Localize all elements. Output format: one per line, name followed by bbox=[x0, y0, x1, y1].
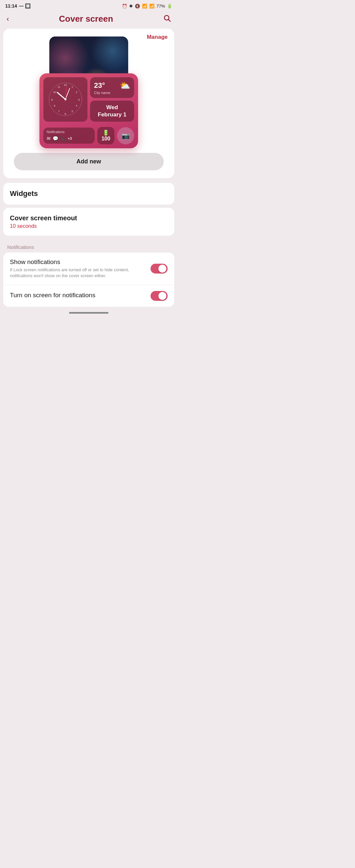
battery-icon: 🔋 bbox=[102, 129, 109, 136]
turn-on-screen-row[interactable]: Turn on screen for notifications bbox=[3, 285, 174, 307]
svg-point-18 bbox=[64, 98, 66, 100]
svg-line-1 bbox=[169, 20, 171, 21]
weather-widget: 23° ⛅ City name bbox=[90, 77, 134, 98]
header: ‹ Cover screen bbox=[0, 10, 178, 29]
timeout-value: 10 seconds bbox=[10, 223, 168, 229]
turn-on-screen-toggle[interactable] bbox=[151, 291, 168, 301]
show-notifications-toggle[interactable] bbox=[151, 264, 168, 274]
svg-line-15 bbox=[57, 92, 65, 99]
weather-icon: ⛅ bbox=[120, 81, 130, 91]
notif-icons: ✉ 💬 📞 +3 bbox=[47, 136, 91, 141]
svg-text:4: 4 bbox=[76, 104, 77, 107]
call-icon: 📞 bbox=[60, 136, 66, 141]
svg-text:12: 12 bbox=[64, 84, 67, 87]
chat-icon: 💬 bbox=[53, 136, 58, 141]
cover-screen-widget[interactable]: 12 3 6 9 1 2 4 5 7 8 10 bbox=[39, 73, 138, 148]
svg-text:3: 3 bbox=[78, 98, 80, 101]
widgets-section[interactable]: Widgets bbox=[3, 183, 174, 205]
svg-text:7: 7 bbox=[58, 110, 60, 113]
back-button[interactable]: ‹ bbox=[7, 15, 9, 23]
notifications-toggle-card: Show notifications If Lock screen notifi… bbox=[3, 252, 174, 307]
watch-outer: 12 3 6 9 1 2 4 5 7 8 10 bbox=[36, 36, 141, 148]
bluetooth-icon: ✱ bbox=[129, 4, 133, 8]
clock-svg: 12 3 6 9 1 2 4 5 7 8 10 bbox=[47, 81, 84, 117]
svg-text:9: 9 bbox=[51, 98, 53, 101]
status-bar: 11:14 — 🔲 ⏰ ✱ 🔇 📶 📶 77% 🔋 bbox=[0, 0, 178, 10]
wifi-icon: 📶 bbox=[142, 4, 147, 8]
date-full: February 1 bbox=[98, 112, 127, 118]
timeout-label: Cover screen timeout bbox=[10, 214, 168, 222]
notif-more: +3 bbox=[68, 136, 72, 141]
svg-text:11: 11 bbox=[58, 86, 60, 88]
turn-on-screen-label: Turn on screen for notifications bbox=[10, 291, 145, 299]
clock-widget: 12 3 6 9 1 2 4 5 7 8 10 bbox=[43, 77, 88, 122]
watch-container: 12 3 6 9 1 2 4 5 7 8 10 bbox=[8, 36, 169, 148]
svg-text:8: 8 bbox=[54, 104, 55, 107]
svg-text:5: 5 bbox=[72, 110, 73, 113]
timeout-card[interactable]: Cover screen timeout 10 seconds bbox=[3, 208, 174, 236]
camera-icon: 📷 bbox=[122, 132, 130, 140]
alarm-icon: ⏰ bbox=[122, 4, 127, 8]
notif-title: Notifications bbox=[47, 130, 91, 134]
email-icon: ✉ bbox=[47, 136, 51, 141]
svg-text:10: 10 bbox=[53, 91, 56, 93]
mute-icon: 🔇 bbox=[135, 4, 140, 8]
battery-icon: 🔋 bbox=[167, 4, 172, 8]
clock-face: 12 3 6 9 1 2 4 5 7 8 10 bbox=[47, 81, 84, 117]
date-widget: Wed February 1 bbox=[90, 101, 134, 122]
date-text: Wed February 1 bbox=[98, 104, 127, 118]
show-notifications-label: Show notifications bbox=[10, 258, 145, 266]
status-left: 11:14 — 🔲 bbox=[5, 3, 31, 8]
signal-icon: 📶 bbox=[149, 4, 155, 8]
add-new-button[interactable]: Add new bbox=[14, 153, 164, 170]
svg-text:6: 6 bbox=[65, 113, 66, 115]
camera-widget[interactable]: 📷 bbox=[117, 127, 134, 144]
cover-bottom-row: Notifications ✉ 💬 📞 +3 🔋 100 bbox=[43, 127, 134, 144]
weather-city: City name bbox=[94, 91, 130, 95]
battery-percentage: 100 bbox=[102, 136, 110, 142]
show-notifications-desc: If Lock screen notifications are turned … bbox=[10, 267, 145, 279]
preview-card: Manage 12 bbox=[3, 29, 174, 178]
weather-temperature: 23° bbox=[94, 81, 105, 90]
notifications-section-header: Notifications bbox=[0, 239, 178, 252]
show-notifications-row[interactable]: Show notifications If Lock screen notifi… bbox=[3, 252, 174, 285]
svg-text:1: 1 bbox=[72, 86, 73, 88]
notifications-widget: Notifications ✉ 💬 📞 +3 bbox=[43, 128, 95, 144]
battery-widget: 🔋 100 bbox=[97, 127, 115, 144]
svg-text:2: 2 bbox=[76, 91, 77, 93]
page-title: Cover screen bbox=[59, 14, 113, 24]
status-right: ⏰ ✱ 🔇 📶 📶 77% 🔋 bbox=[122, 4, 172, 8]
manage-button[interactable]: Manage bbox=[147, 34, 168, 40]
cover-grid: 12 3 6 9 1 2 4 5 7 8 10 bbox=[43, 77, 134, 124]
widgets-title: Widgets bbox=[10, 189, 38, 197]
show-notifications-text: Show notifications If Lock screen notifi… bbox=[10, 258, 151, 279]
battery-display: 77% bbox=[157, 4, 165, 8]
time-display: 11:14 bbox=[5, 3, 17, 8]
search-button[interactable] bbox=[163, 14, 171, 24]
turn-on-screen-text: Turn on screen for notifications bbox=[10, 291, 151, 300]
weather-row: 23° ⛅ bbox=[94, 81, 130, 91]
date-day: Wed bbox=[106, 104, 118, 111]
status-icons: — 🔲 bbox=[19, 3, 31, 8]
bottom-nav-indicator bbox=[69, 312, 108, 314]
